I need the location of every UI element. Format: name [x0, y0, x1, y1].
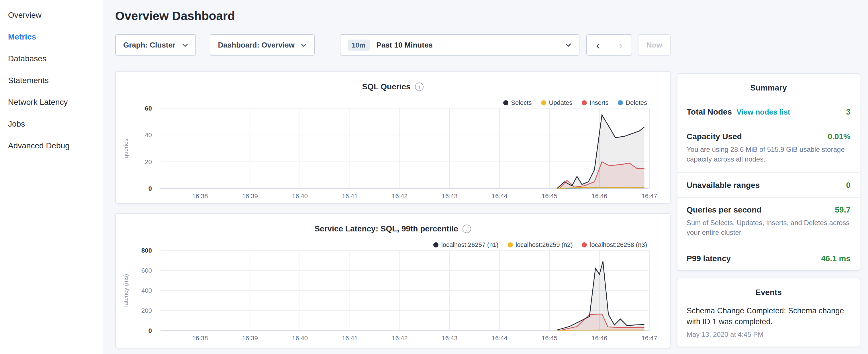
svg-text:16:38: 16:38 [192, 192, 208, 200]
charts-column: SQL Queries SelectsUpdatesInsertsDeletes… [115, 71, 671, 348]
legend-dot-icon [618, 100, 623, 105]
svg-text:16:47: 16:47 [641, 192, 657, 200]
summary-label: Capacity Used [687, 132, 742, 141]
chart-title: SQL Queries [362, 82, 410, 91]
summary-row-unavailable-ranges: Unavailable ranges 0 [677, 172, 860, 197]
summary-label: Unavailable ranges [687, 181, 760, 190]
page-title: Overview Dashboard [115, 9, 671, 23]
chevron-right-icon: › [619, 39, 622, 51]
svg-text:16:39: 16:39 [242, 334, 258, 342]
summary-label: Total Nodes [687, 107, 732, 116]
legend-dot-icon [433, 242, 438, 247]
svg-text:16:47: 16:47 [641, 334, 657, 342]
view-nodes-link[interactable]: View nodes list [737, 108, 790, 116]
svg-text:16:41: 16:41 [342, 192, 358, 200]
chevron-down-icon [183, 43, 188, 47]
summary-row-queries-per-second: Queries per second 59.7 Sum of Selects, … [677, 197, 860, 246]
time-range-label: Past 10 Minutes [376, 41, 558, 49]
service-latency-plot: 020040060080016:3816:3916:4016:4116:4216… [116, 247, 671, 345]
time-next-button[interactable]: › [610, 34, 632, 56]
time-range-picker[interactable]: 10m Past 10 Minutes [340, 34, 580, 56]
legend-dot-icon [582, 242, 587, 247]
right-sidebar: Summary Total Nodes View nodes list 3 Ca… [677, 0, 860, 354]
svg-text:200: 200 [141, 307, 152, 314]
svg-text:0: 0 [149, 185, 152, 192]
svg-text:0: 0 [149, 327, 152, 334]
svg-text:600: 600 [141, 267, 152, 274]
service-latency-chart-card: Service Latency: SQL, 99th percentile lo… [115, 213, 671, 348]
svg-text:16:42: 16:42 [392, 334, 407, 342]
summary-value: 59.7 [835, 205, 851, 214]
summary-label: Queries per second [687, 205, 762, 214]
svg-text:16:45: 16:45 [541, 192, 557, 200]
info-icon[interactable] [463, 224, 471, 233]
legend-dot-icon [503, 100, 508, 105]
graph-scope-label: Graph: Cluster [123, 41, 175, 49]
svg-text:16:46: 16:46 [591, 334, 607, 342]
svg-text:16:38: 16:38 [192, 334, 208, 342]
svg-text:20: 20 [145, 158, 152, 165]
chevron-left-icon: ‹ [596, 39, 600, 51]
svg-text:latency (ms): latency (ms) [122, 274, 129, 307]
svg-text:16:44: 16:44 [492, 334, 507, 342]
event-text: Schema Change Completed: Schema change w… [687, 305, 850, 327]
svg-text:queries: queries [122, 139, 129, 158]
graph-scope-dropdown[interactable]: Graph: Cluster [115, 34, 196, 56]
svg-text:16:42: 16:42 [392, 192, 407, 200]
main-content: Overview Dashboard Graph: Cluster Dashbo… [103, 0, 671, 354]
event-item[interactable]: Schema Change Completed: Schema change w… [677, 304, 860, 346]
svg-text:400: 400 [141, 287, 152, 294]
summary-value: 0 [846, 181, 850, 190]
info-icon[interactable] [415, 82, 424, 91]
chevron-down-icon [565, 43, 572, 47]
summary-row-p99-latency: P99 latency 46.1 ms [677, 246, 860, 270]
summary-row-total-nodes: Total Nodes View nodes list 3 [677, 100, 860, 124]
svg-text:16:40: 16:40 [292, 192, 308, 200]
toolbar: Graph: Cluster Dashboard: Overview 10m P… [115, 34, 671, 56]
svg-text:16:41: 16:41 [342, 334, 358, 342]
sidebar-item-advanced-debug[interactable]: Advanced Debug [0, 135, 103, 156]
svg-text:16:40: 16:40 [292, 334, 308, 342]
sql-queries-plot: 020406016:3816:3916:4016:4116:4216:4316:… [116, 105, 671, 203]
sidebar: Overview Metrics Databases Statements Ne… [0, 0, 103, 354]
svg-text:16:45: 16:45 [541, 334, 557, 342]
sidebar-item-statements[interactable]: Statements [0, 69, 103, 91]
sidebar-item-jobs[interactable]: Jobs [0, 113, 103, 135]
sidebar-item-network-latency[interactable]: Network Latency [0, 91, 103, 113]
svg-text:60: 60 [145, 105, 152, 112]
event-timestamp: May 13, 2020 at 4:45 PM [687, 330, 850, 338]
summary-value: 3 [846, 107, 850, 116]
time-range-badge: 10m [348, 39, 369, 51]
chart-title: Service Latency: SQL, 99th percentile [314, 224, 458, 233]
svg-text:16:43: 16:43 [442, 334, 458, 342]
summary-value: 46.1 ms [821, 254, 850, 263]
dashboard-dropdown[interactable]: Dashboard: Overview [210, 34, 315, 56]
legend-dot-icon [541, 100, 546, 105]
summary-title: Summary [677, 74, 860, 100]
events-title: Events [677, 278, 860, 304]
time-step-buttons: ‹ › [587, 34, 632, 56]
svg-text:16:43: 16:43 [442, 192, 458, 200]
summary-panel: Summary Total Nodes View nodes list 3 Ca… [677, 73, 860, 271]
legend-dot-icon [507, 242, 513, 247]
summary-description: You are using 28.6 MiB of 515.9 GiB usab… [687, 145, 850, 165]
svg-text:16:39: 16:39 [242, 192, 258, 200]
time-prev-button[interactable]: ‹ [587, 34, 610, 56]
sidebar-item-metrics[interactable]: Metrics [0, 26, 103, 47]
sidebar-item-databases[interactable]: Databases [0, 47, 103, 69]
summary-description: Sum of Selects, Updates, Inserts, and De… [687, 218, 850, 238]
summary-value: 0.01% [828, 132, 850, 141]
svg-text:16:44: 16:44 [492, 192, 507, 200]
now-button[interactable]: Now [638, 34, 671, 56]
legend-dot-icon [582, 100, 587, 105]
dashboard-label: Dashboard: Overview [218, 41, 294, 49]
summary-row-capacity-used: Capacity Used 0.01% You are using 28.6 M… [677, 124, 860, 172]
app: Overview Metrics Databases Statements Ne… [0, 0, 868, 354]
svg-text:16:46: 16:46 [591, 192, 607, 200]
summary-label: P99 latency [687, 254, 731, 263]
events-panel: Events Schema Change Completed: Schema c… [677, 278, 860, 347]
svg-text:40: 40 [145, 131, 152, 139]
sidebar-item-overview[interactable]: Overview [0, 4, 103, 26]
sql-queries-chart-card: SQL Queries SelectsUpdatesInsertsDeletes… [115, 71, 671, 204]
chevron-down-icon [301, 43, 306, 47]
